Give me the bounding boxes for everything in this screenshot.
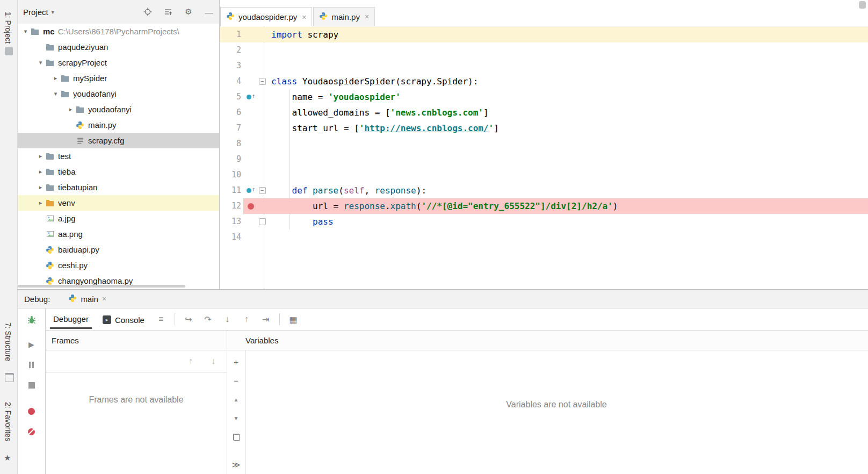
step-over-icon[interactable]: ↷ [202,313,214,325]
chevron-right-icon[interactable]: ▸ [66,106,75,113]
chevron-right-icon[interactable]: ▸ [36,153,45,160]
gutter-marker-area[interactable] [243,42,258,58]
toolwindow-handle-icon[interactable] [5,47,13,55]
gutter-marker-area[interactable] [243,27,258,42]
add-watch-icon[interactable]: + [232,357,241,367]
code-text[interactable]: pass [266,214,868,229]
code-text[interactable]: import scrapy [266,27,868,42]
chevron-down-icon[interactable]: ▾ [36,59,45,66]
debug-session-tab[interactable]: main × [68,294,106,304]
stop-icon[interactable] [26,379,38,391]
rerun-debug-icon[interactable] [26,314,38,326]
chevron-right-icon[interactable]: ▸ [36,199,45,206]
chevron-right-icon[interactable]: ▸ [51,75,60,82]
tree-item[interactable]: ceshi.py [18,257,219,273]
chevron-right-icon[interactable]: ▸ [36,184,45,191]
horizontal-scrollbar[interactable] [18,285,185,288]
editor-scrollbar-thumb[interactable] [859,1,866,9]
fold-collapse-icon[interactable]: − [259,187,266,194]
code-text[interactable]: url = response.xpath('//*[@id="entry_655… [266,198,868,214]
run-to-cursor-icon[interactable]: ⇥ [260,313,272,325]
tab-debugger[interactable]: Debugger [50,310,92,329]
duplicate-icon[interactable] [232,432,241,442]
collapse-all-icon[interactable] [163,7,173,17]
tree-item[interactable]: aa.png [18,226,219,242]
editor-body[interactable]: 1import scrapy234−class YoudaospiderSpid… [220,26,868,289]
fold-end-icon[interactable] [259,218,266,225]
tree-item[interactable]: ▸youdaofanyi [18,102,219,117]
step-into-icon[interactable]: ↓ [221,313,233,325]
close-icon[interactable]: × [365,12,369,21]
fold-marker-icon[interactable] [258,214,266,229]
tree-item[interactable]: ▸mySpider [18,70,219,86]
close-icon[interactable]: × [102,295,106,303]
tree-item[interactable]: baiduapi.py [18,242,219,257]
settings-gear-icon[interactable]: ⚙ [184,7,193,17]
more-actions-icon[interactable]: ≫ [232,460,241,470]
locate-file-icon[interactable] [143,7,153,17]
tree-item[interactable]: ▸tieba [18,164,219,179]
editor-tab[interactable]: main.py× [313,7,375,26]
fold-marker-icon[interactable]: − [258,74,266,89]
fold-collapse-icon[interactable]: − [259,78,266,85]
project-panel-title[interactable]: Project [23,8,48,17]
code-text[interactable]: class YoudaospiderSpider(scrapy.Spider): [266,74,868,89]
resume-program-icon[interactable]: ▶ [26,339,38,350]
pause-program-icon[interactable] [26,359,38,371]
mute-breakpoints-icon[interactable] [26,426,38,437]
breakpoint-icon[interactable] [243,198,258,214]
code-text[interactable] [266,167,868,183]
chevron-down-icon[interactable]: ▾ [52,9,54,15]
code-text[interactable]: name = 'youdaospider' [266,89,868,105]
code-text[interactable] [266,58,868,74]
code-text[interactable] [266,136,868,152]
chevron-down-icon[interactable]: ▾ [51,90,60,97]
step-out-icon[interactable]: ↑ [241,313,252,325]
close-icon[interactable]: × [302,13,306,21]
run-marker-icon[interactable]: ↑ [243,89,258,105]
evaluate-layout-icon[interactable]: ▦ [287,313,299,325]
run-marker-icon[interactable]: ↑ [243,183,258,198]
next-frame-icon[interactable]: ↓ [207,355,219,367]
tree-item[interactable]: ▸tiebatupian [18,179,219,195]
tree-item[interactable]: scrapy.cfg [18,133,219,148]
tab-console[interactable]: ▸ Console [99,311,148,328]
tree-item[interactable]: paqudeziyuan [18,39,219,55]
gutter-marker-area[interactable] [243,58,258,74]
toolwindow-button-structure[interactable]: 7: Structure [4,322,12,361]
chevron-right-icon[interactable]: ▸ [36,168,45,175]
remove-watch-icon[interactable]: − [232,376,241,385]
move-down-icon[interactable]: ▼ [232,413,241,423]
tree-item[interactable]: ▾youdaofanyi [18,86,219,102]
code-text[interactable]: def parse(self, response): [266,183,868,198]
tree-item[interactable]: ▸venv [18,195,219,211]
tree-item[interactable]: ▸test [18,148,219,164]
move-up-icon[interactable]: ▲ [232,394,241,404]
gutter-marker-area[interactable] [243,214,258,229]
tree-item[interactable]: ▾scrapyProject [18,55,219,70]
code-text[interactable]: allowed_domains = ['news.cnblogs.com'] [266,105,868,120]
show-execution-point-icon[interactable]: ↪ [183,313,194,325]
code-text[interactable] [266,42,868,58]
gutter-marker-area[interactable] [243,136,258,152]
gutter-marker-area[interactable] [243,229,258,245]
layout-settings-icon[interactable]: ≡ [155,313,167,325]
previous-frame-icon[interactable]: ↑ [185,355,197,367]
gutter-marker-area[interactable] [243,105,258,120]
code-text[interactable] [266,229,868,245]
tree-item[interactable]: main.py [18,117,219,133]
editor-tab[interactable]: youdaospider.py× [220,7,312,26]
code-text[interactable] [266,152,868,167]
chevron-down-icon[interactable]: ▾ [21,28,30,35]
code-text[interactable]: start_url = ['http://news.cnblogs.com/'] [266,120,868,136]
fold-marker-icon[interactable]: − [258,183,266,198]
hide-panel-icon[interactable]: — [204,7,214,17]
gutter-marker-area[interactable] [243,167,258,183]
favorites-star-icon[interactable]: ★ [4,453,11,463]
gutter-marker-area[interactable] [243,74,258,89]
tree-item[interactable]: a.jpg [18,211,219,226]
gutter-marker-area[interactable] [243,152,258,167]
toolwindow-button-project[interactable]: 1: Project [4,12,12,44]
tree-item[interactable]: ▾mcC:\Users\86178\PycharmProjects\ [18,24,219,39]
toolwindow-button-favorites[interactable]: 2: Favorites [4,402,12,441]
